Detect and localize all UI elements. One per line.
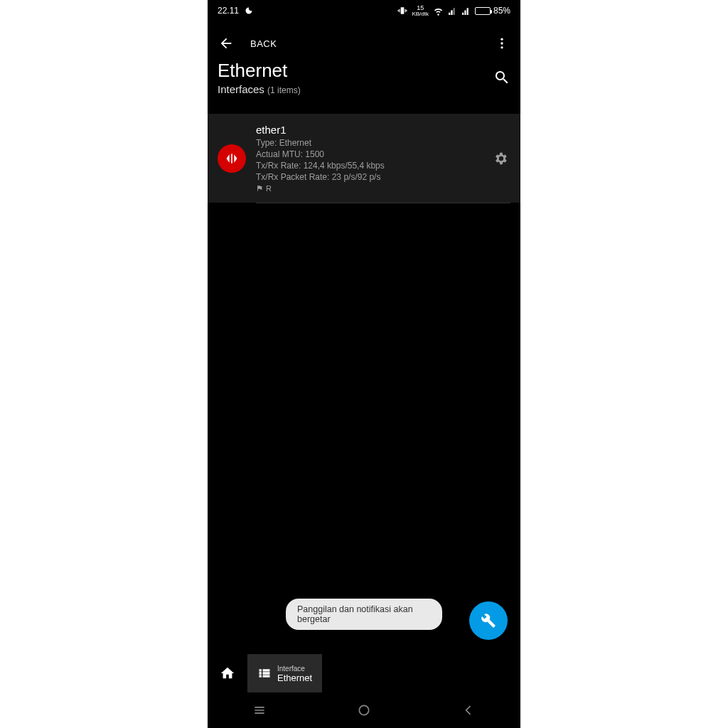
svg-rect-3 — [231, 154, 232, 163]
interface-mtu: Actual MTU: 1500 — [256, 149, 481, 160]
svg-point-0 — [500, 38, 503, 41]
interface-type: Type: Ethernet — [256, 137, 481, 149]
toast-message: Panggilan dan notifikasi akan bergetar — [286, 599, 442, 630]
app-bar: BACK Ethernet Interfaces (1 items) — [208, 21, 520, 100]
vibrate-icon — [397, 6, 407, 16]
title-row: Ethernet Interfaces (1 items) — [218, 60, 510, 95]
tab-home[interactable] — [208, 654, 247, 692]
gear-icon — [493, 151, 508, 166]
status-left: 22.11 — [218, 6, 253, 16]
status-bar: 22.11 15 KB/dtk 85% — [208, 0, 520, 21]
interface-flag: R — [256, 184, 481, 193]
home-icon — [220, 665, 235, 681]
signal-2-icon — [461, 6, 471, 16]
status-time: 22.11 — [218, 6, 239, 16]
search-icon[interactable] — [493, 69, 510, 86]
circle-icon — [357, 703, 371, 717]
app-bar-left: BACK — [218, 35, 277, 52]
back-chevron-icon — [461, 703, 476, 717]
sys-back-button[interactable] — [459, 700, 478, 720]
tools-fab[interactable] — [469, 601, 508, 640]
flag-letter: R — [266, 184, 272, 193]
more-vert-icon[interactable] — [493, 35, 510, 52]
content-area: ether1 Type: Ethernet Actual MTU: 1500 T… — [208, 100, 520, 203]
interface-avatar-icon — [218, 144, 246, 173]
interface-settings-button[interactable] — [491, 149, 510, 168]
sys-home-button[interactable] — [354, 700, 374, 720]
svg-point-1 — [500, 42, 503, 44]
flag-icon — [256, 185, 263, 192]
sys-recents-button[interactable] — [250, 700, 269, 720]
tab-interface-ethernet[interactable]: Interface Ethernet — [247, 654, 322, 692]
interface-body: ether1 Type: Ethernet Actual MTU: 1500 T… — [256, 124, 481, 193]
tab-labels: Interface Ethernet — [277, 664, 312, 682]
list-icon — [257, 666, 272, 680]
battery-icon — [475, 7, 491, 15]
signal-1-icon — [448, 6, 457, 16]
app-bar-top: BACK — [218, 31, 510, 55]
wifi-icon — [433, 6, 444, 16]
bottom-tab-bar: Interface Ethernet — [208, 654, 520, 692]
svg-point-2 — [500, 46, 503, 48]
back-arrow-icon[interactable] — [218, 35, 235, 52]
net-rate-unit: KB/dtk — [412, 11, 429, 17]
back-label[interactable]: BACK — [250, 38, 277, 49]
battery-pct: 85% — [493, 6, 510, 16]
moon-icon — [245, 6, 253, 15]
status-right: 15 KB/dtk 85% — [397, 5, 510, 17]
interface-packet-rate: Tx/Rx Packet Rate: 23 p/s/92 p/s — [256, 171, 481, 183]
interface-rate: Tx/Rx Rate: 124,4 kbps/55,4 kbps — [256, 160, 481, 171]
recents-icon — [252, 703, 267, 717]
page-subtitle: Interfaces (1 items) — [218, 83, 301, 95]
wrench-icon — [480, 612, 497, 629]
subtitle-text: Interfaces — [218, 83, 264, 95]
tab-bottom-label: Ethernet — [277, 673, 312, 682]
phone-frame: 22.11 15 KB/dtk 85% — [208, 0, 520, 728]
interface-name: ether1 — [256, 124, 481, 136]
system-nav-bar — [208, 692, 520, 728]
battery-indicator: 85% — [475, 6, 510, 16]
list-divider — [256, 203, 510, 203]
svg-point-4 — [359, 705, 368, 714]
page-title: Ethernet — [218, 60, 301, 82]
item-count: (1 items) — [267, 85, 301, 95]
net-rate-indicator: 15 KB/dtk — [412, 5, 429, 17]
interface-list-item[interactable]: ether1 Type: Ethernet Actual MTU: 1500 T… — [208, 114, 520, 203]
titles: Ethernet Interfaces (1 items) — [218, 60, 301, 95]
